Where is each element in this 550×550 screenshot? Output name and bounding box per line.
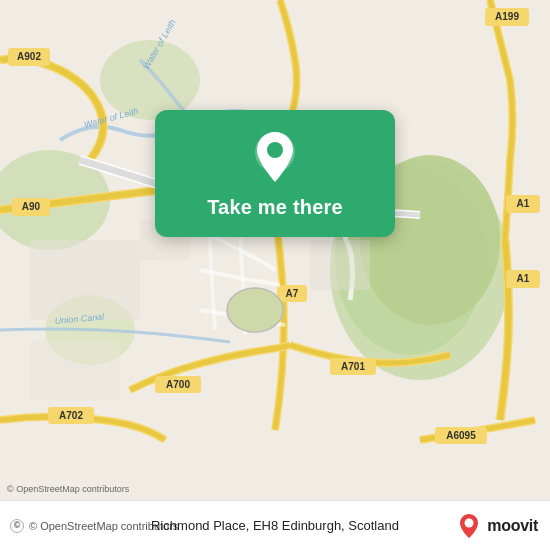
moovit-brand-icon	[455, 512, 483, 540]
cta-button-label: Take me there	[207, 196, 343, 219]
svg-text:A700: A700	[166, 379, 190, 390]
moovit-logo: moovit	[455, 512, 538, 540]
svg-text:A90: A90	[22, 201, 41, 212]
svg-rect-29	[310, 240, 370, 290]
svg-text:A702: A702	[59, 410, 83, 421]
svg-text:A1: A1	[517, 273, 530, 284]
svg-text:A902: A902	[17, 51, 41, 62]
svg-text:© OpenStreetMap contributors: © OpenStreetMap contributors	[7, 484, 130, 494]
svg-rect-27	[30, 240, 140, 320]
svg-text:A6095: A6095	[446, 430, 476, 441]
bottom-bar: © © OpenStreetMap contributors moovit Ri…	[0, 500, 550, 550]
map-background: A199 A1 A1 A90 A7 A700 A7	[0, 0, 550, 500]
svg-text:A7: A7	[286, 288, 299, 299]
moovit-brand-text: moovit	[487, 517, 538, 535]
svg-text:A199: A199	[495, 11, 519, 22]
osm-logo: ©	[10, 519, 24, 533]
map-container: A199 A1 A1 A90 A7 A700 A7	[0, 0, 550, 500]
location-text: Richmond Place, EH8 Edinburgh, Scotland	[151, 518, 399, 533]
cta-card[interactable]: Take me there	[155, 110, 395, 237]
svg-point-39	[465, 518, 474, 527]
svg-text:A1: A1	[517, 198, 530, 209]
svg-rect-28	[30, 340, 120, 400]
location-pin-icon	[251, 130, 299, 186]
svg-text:A701: A701	[341, 361, 365, 372]
svg-point-38	[267, 142, 283, 158]
svg-point-31	[227, 288, 283, 332]
